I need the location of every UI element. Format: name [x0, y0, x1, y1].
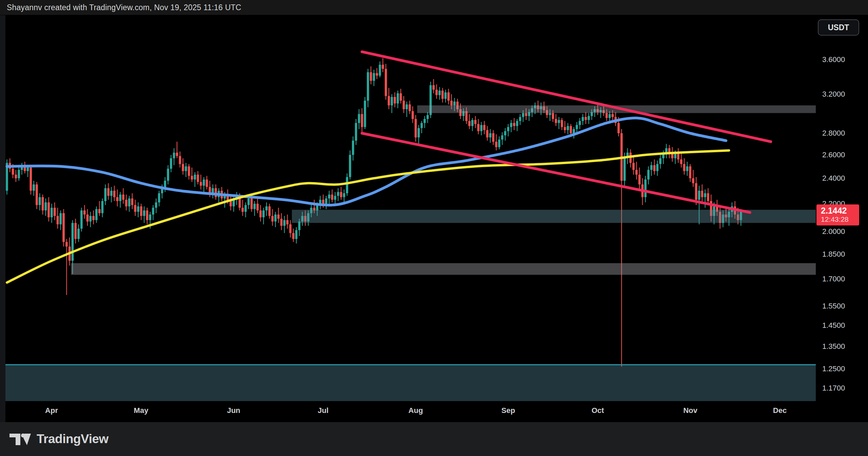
candle-body: [397, 93, 399, 103]
candle-body: [328, 195, 331, 198]
x-axis-label: Jul: [318, 406, 329, 415]
candle-body: [406, 104, 408, 109]
candle-body: [346, 177, 348, 193]
candle-body: [206, 179, 208, 187]
candle-body: [47, 202, 50, 217]
candle-body: [692, 178, 694, 183]
candle-body: [325, 198, 328, 204]
candle-body: [95, 209, 98, 220]
last-price-value: 2.1442: [821, 206, 859, 215]
candle-body: [495, 142, 497, 147]
candle-body: [650, 165, 653, 170]
support-band-fill: [5, 365, 816, 401]
candle-body: [12, 169, 14, 175]
quote-currency-button[interactable]: USDT: [818, 19, 859, 36]
candle-body: [516, 121, 518, 126]
candle-body: [558, 120, 560, 123]
candle-body: [433, 85, 435, 90]
candle-body: [435, 90, 438, 95]
candle-body: [75, 223, 77, 239]
price-chart-canvas[interactable]: [0, 0, 868, 456]
y-axis-tick: 1.2500: [822, 364, 845, 373]
candle-body: [200, 182, 202, 186]
y-axis-tick: 2.8000: [822, 129, 845, 138]
candle-body: [155, 202, 157, 208]
candle-body: [379, 65, 381, 76]
candle-body: [513, 123, 515, 126]
candle-body: [90, 216, 92, 221]
candle-body: [349, 155, 351, 177]
candle-body: [438, 91, 441, 95]
candle-body: [450, 101, 453, 105]
candle-body: [585, 117, 587, 120]
candle-body: [286, 220, 289, 224]
candle-body: [441, 91, 444, 99]
candle-body: [51, 208, 53, 217]
x-axis-label: Nov: [683, 406, 697, 415]
candle-body: [477, 124, 480, 131]
candle-body: [510, 123, 512, 127]
candle-body: [259, 211, 262, 217]
y-axis-tick: 1.3500: [822, 342, 845, 351]
candle-body: [15, 175, 17, 178]
candle-body: [36, 184, 38, 205]
candle-body: [418, 128, 420, 138]
candle-body: [18, 170, 20, 178]
candle-body: [256, 204, 259, 211]
candle-body: [119, 195, 122, 201]
candle-body: [197, 175, 199, 182]
candle-body: [355, 123, 357, 141]
candle-body: [191, 176, 193, 180]
candle-body: [230, 201, 232, 206]
candle-body: [582, 117, 584, 121]
candle-body: [42, 197, 44, 210]
candle-body: [280, 219, 283, 226]
candle-body: [382, 65, 384, 69]
candle-body: [501, 135, 504, 139]
candle-body: [561, 120, 563, 127]
candle-body: [176, 153, 178, 156]
candle-body: [653, 165, 656, 171]
candle-body: [647, 170, 650, 179]
x-axis-label: May: [134, 406, 149, 415]
candle-body: [549, 113, 551, 115]
candle-body: [552, 113, 554, 119]
candle-body: [57, 216, 59, 224]
candle-body: [361, 114, 363, 127]
candle-body: [170, 158, 172, 169]
candle-body: [116, 197, 119, 201]
candle-body: [612, 114, 614, 117]
support-zone-2.1: [292, 210, 816, 223]
candle-body: [656, 164, 659, 171]
candle-body: [33, 184, 35, 191]
candle-body: [686, 166, 689, 171]
candle-body: [420, 123, 423, 128]
candle-body: [269, 206, 271, 216]
candle-body: [271, 216, 274, 221]
footer: TradingView: [0, 422, 868, 456]
candle-body: [233, 200, 235, 206]
plot-left-gutter: [0, 15, 5, 422]
candle-body: [519, 117, 521, 121]
tradingview-logo-icon: [9, 431, 31, 447]
candle-body: [573, 129, 575, 133]
candle-body: [340, 192, 342, 197]
candle-body: [295, 230, 298, 239]
candle-body: [376, 73, 378, 76]
candle-body: [644, 179, 647, 197]
candle-body: [283, 220, 286, 226]
candle-body: [215, 188, 217, 197]
candle-body: [570, 126, 572, 133]
candle-body: [185, 166, 187, 171]
candle-body: [60, 213, 62, 224]
channel-upper[interactable]: [362, 52, 771, 142]
candle-body: [167, 169, 169, 181]
candle-body: [394, 97, 396, 103]
candle-body: [453, 102, 456, 105]
y-axis-tick: 1.7000: [822, 275, 845, 283]
y-axis-tick: 1.5500: [822, 302, 845, 311]
candle-body: [489, 133, 492, 137]
candle-body: [158, 193, 160, 202]
candle-body: [483, 125, 486, 130]
candle-body: [92, 216, 95, 220]
